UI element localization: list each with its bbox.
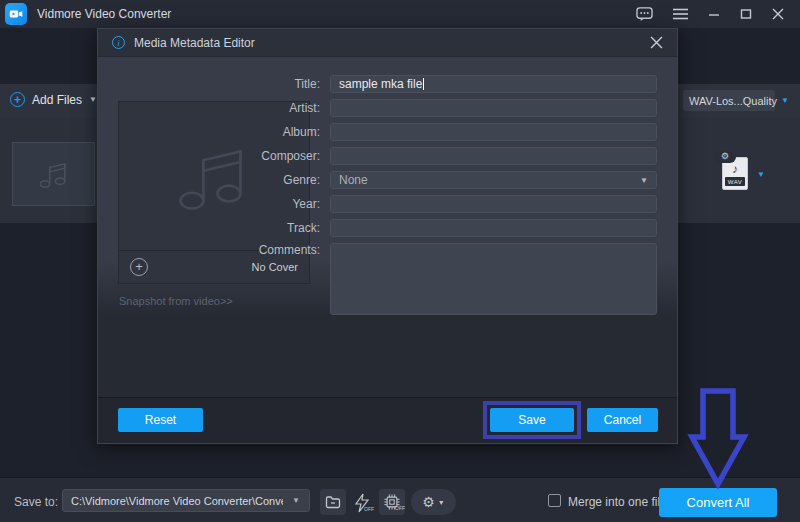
close-window-icon[interactable] — [772, 8, 784, 20]
gpu-accel-toggle[interactable]: OFF — [379, 489, 405, 515]
year-label: Year: — [98, 197, 330, 211]
app-logo-icon — [5, 3, 27, 25]
dialog-title: Media Metadata Editor — [134, 36, 255, 50]
genre-value: None — [339, 173, 368, 187]
info-icon: i — [112, 36, 125, 49]
settings-caret-icon: ▼ — [438, 499, 445, 506]
title-input[interactable]: sample mka file — [330, 75, 657, 93]
title-bar: Vidmore Video Converter — [0, 0, 800, 28]
comments-label: Comments: — [98, 243, 330, 257]
menu-icon[interactable] — [673, 8, 688, 20]
track-input[interactable] — [330, 219, 657, 237]
title-value: sample mka file — [339, 77, 422, 91]
output-path-select[interactable]: C:\Vidmore\Vidmore Video Converter\Conve… — [62, 489, 310, 512]
album-input[interactable] — [330, 123, 657, 141]
form-row-composer: Composer: — [98, 147, 657, 165]
media-metadata-editor-dialog: i Media Metadata Editor — [97, 28, 678, 444]
app-window: Vidmore Video Converter — [0, 0, 800, 522]
folder-icon — [325, 495, 341, 509]
form-row-year: Year: — [98, 195, 657, 213]
feedback-icon[interactable] — [636, 6, 653, 22]
track-label: Track: — [98, 221, 330, 235]
cancel-button[interactable]: Cancel — [587, 408, 658, 432]
file-format-label: WAV — [725, 177, 745, 186]
album-label: Album: — [98, 125, 330, 139]
text-cursor — [423, 78, 424, 90]
output-path-caret-icon: ▼ — [283, 496, 309, 505]
form-row-comments: Comments: — [98, 243, 657, 315]
merge-label: Merge into one file — [568, 495, 667, 509]
open-folder-button[interactable] — [320, 489, 346, 515]
add-files-label: Add Files — [32, 93, 82, 107]
output-format-label: WAV-Los...Quality — [689, 95, 777, 107]
dialog-footer: Reset Save Cancel — [98, 397, 677, 443]
artist-input[interactable] — [330, 99, 657, 117]
form-row-track: Track: — [98, 219, 657, 237]
metadata-form: Title: sample mka file Artist: Album: Co… — [98, 75, 657, 321]
composer-input[interactable] — [330, 147, 657, 165]
save-button[interactable]: Save — [490, 408, 574, 432]
settings-button[interactable]: ⚙ ▼ — [411, 489, 456, 515]
settings-gear-icon: ⚙ — [422, 494, 435, 510]
form-row-album: Album: — [98, 123, 657, 141]
year-input[interactable] — [330, 195, 657, 213]
output-format-dropdown[interactable]: WAV-Los...Quality ▼ — [683, 90, 775, 111]
window-controls — [636, 6, 784, 22]
output-path-value: C:\Vidmore\Vidmore Video Converter\Conve… — [63, 495, 283, 507]
file-format-caret-icon[interactable]: ▼ — [757, 170, 765, 179]
maximize-icon[interactable] — [740, 8, 752, 20]
file-settings-gear-icon[interactable]: ⚙ — [714, 151, 736, 163]
reset-button[interactable]: Reset — [118, 408, 203, 432]
convert-all-button[interactable]: Convert All — [659, 488, 777, 517]
add-files-plus-icon: + — [10, 92, 25, 107]
annotation-arrow-icon — [680, 384, 756, 492]
genre-dropdown[interactable]: None ▼ — [330, 171, 657, 189]
music-note-icon — [36, 156, 72, 192]
merge-checkbox[interactable] — [548, 494, 561, 507]
dialog-header: i Media Metadata Editor — [98, 29, 677, 57]
hw-accel-toggle[interactable]: OFF — [350, 491, 374, 515]
add-files-caret-icon: ▼ — [89, 95, 97, 104]
composer-label: Composer: — [98, 149, 330, 163]
file-note-icon: ♪ — [732, 162, 738, 176]
add-files-button[interactable]: + Add Files ▼ — [10, 92, 97, 107]
dialog-body: + No Cover Snapshot from video>> Title: … — [98, 57, 677, 397]
hw-accel-off-label: OFF — [364, 506, 374, 512]
genre-label: Genre: — [98, 173, 330, 187]
form-row-genre: Genre: None ▼ — [98, 171, 657, 189]
gpu-accel-off-label: OFF — [395, 505, 405, 511]
minimize-icon[interactable] — [708, 8, 720, 20]
artist-label: Artist: — [98, 101, 330, 115]
save-to-label: Save to: — [14, 495, 58, 509]
form-row-title: Title: sample mka file — [98, 75, 657, 93]
output-format-caret-icon: ▼ — [781, 96, 789, 105]
window-title: Vidmore Video Converter — [37, 7, 171, 21]
form-row-artist: Artist: — [98, 99, 657, 117]
genre-caret-icon: ▼ — [640, 176, 648, 185]
comments-textarea[interactable] — [330, 243, 657, 315]
audio-thumbnail[interactable] — [12, 142, 95, 206]
dialog-close-icon[interactable] — [650, 36, 663, 49]
title-label: Title: — [98, 77, 330, 91]
